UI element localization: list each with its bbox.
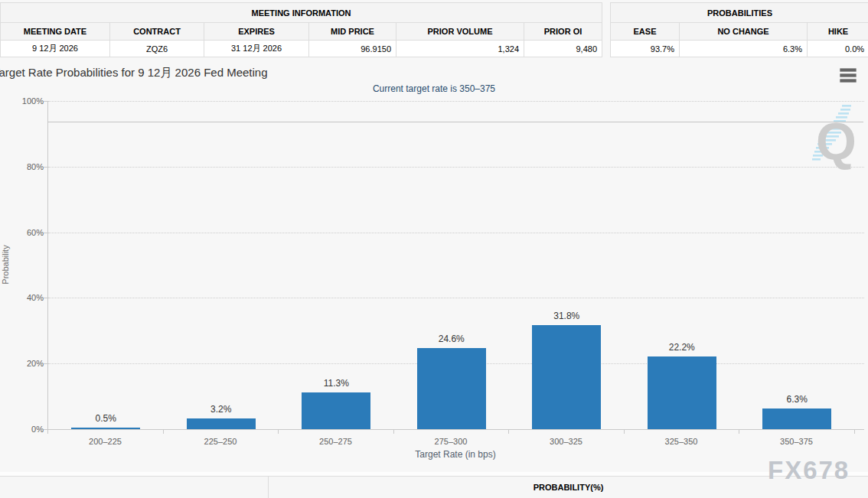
y-tick-label: 80% (8, 162, 44, 171)
probability-bar[interactable] (302, 392, 370, 429)
bar-value-label: 11.3% (294, 378, 378, 389)
table-cell: ZQZ6 (110, 41, 204, 57)
bottom-table-corner-cell (0, 477, 269, 498)
hamburger-menu-icon[interactable] (840, 68, 857, 84)
hamburger-bar (840, 73, 857, 77)
table-cell: 1,324 (396, 41, 524, 57)
y-tick-label: 100% (8, 96, 44, 106)
x-tick-mark (854, 430, 855, 434)
x-tick-mark (163, 430, 164, 434)
table-cell: 9 12月 2026 (1, 41, 110, 57)
bar-value-label: 31.8% (524, 311, 609, 321)
hamburger-bar (840, 79, 857, 83)
column-header[interactable]: MEETING DATE (1, 23, 110, 41)
top-tables: MEETING INFORMATION MEETING DATECONTRACT… (0, 2, 868, 57)
y-tick-label: 20% (8, 359, 44, 368)
meeting-information-title: MEETING INFORMATION (1, 3, 602, 23)
column-header[interactable]: PRIOR OI (524, 23, 602, 41)
y-axis-title: Probability (1, 234, 10, 295)
probability-bar[interactable] (187, 418, 256, 429)
column-header[interactable]: EXPIRES (204, 23, 309, 41)
bar-value-label: 22.2% (640, 342, 724, 353)
probability-bar[interactable] (648, 356, 716, 429)
x-tick-mark (508, 430, 509, 434)
x-category-label: 275–300 (393, 437, 509, 446)
probabilities-title: PROBABILITIES (611, 3, 868, 23)
fedwatch-tool-page: MEETING INFORMATION MEETING DATECONTRACT… (0, 0, 868, 498)
table-cell: 0.0% (808, 41, 868, 57)
plot-area: 0.5%3.2%11.3%24.6%31.8%22.2%6.3% (47, 101, 864, 430)
x-tick-mark (393, 430, 394, 434)
x-category-label: 300–325 (508, 437, 624, 446)
probability-bar[interactable] (532, 325, 601, 429)
x-category-label: 250–275 (278, 437, 393, 446)
meeting-information-table: MEETING INFORMATION MEETING DATECONTRACT… (0, 2, 602, 57)
y-tick-label: 0% (8, 425, 44, 434)
chart-subtitle: Current target rate is 350–375 (0, 83, 868, 94)
bar-value-label: 24.6% (410, 334, 494, 344)
y-tick-mark (44, 233, 47, 233)
bar-value-label: 3.2% (179, 404, 263, 415)
y-tick-label: 60% (8, 228, 44, 237)
column-header[interactable]: MID PRICE (309, 23, 396, 41)
y-tick-label: 40% (8, 293, 44, 302)
y-tick-mark (44, 363, 47, 364)
column-header[interactable]: HIKE (808, 23, 868, 41)
gridline (48, 167, 864, 168)
column-header[interactable]: NO CHANGE (680, 23, 808, 41)
gridline (48, 101, 864, 102)
y-tick-mark (44, 101, 47, 102)
bar-value-label: 6.3% (755, 394, 839, 405)
x-axis-title: Target Rate (in bps) (47, 449, 863, 460)
bar-value-label: 0.5% (64, 413, 148, 424)
gridline (48, 298, 864, 298)
probability-bar[interactable] (417, 348, 486, 429)
reference-line (47, 122, 863, 122)
column-header[interactable]: CONTRACT (110, 23, 204, 41)
target-rate-chart: Target Rate Probabilities for 9 12月 2026… (0, 61, 868, 473)
chart-title: Target Rate Probabilities for 9 12月 2026… (0, 66, 268, 80)
bottom-table-header: PROBABILITY(%) (0, 476, 868, 498)
table-cell: 31 12月 2026 (204, 41, 309, 57)
y-tick-mark (44, 298, 47, 298)
table-cell: 93.7% (611, 41, 680, 57)
table-cell: 6.3% (680, 41, 808, 57)
probability-bar[interactable] (71, 428, 140, 429)
column-header[interactable]: EASE (611, 23, 680, 41)
x-tick-mark (278, 430, 279, 434)
probabilities-table: PROBABILITIES EASENO CHANGEHIKE 93.7%6.3… (610, 2, 868, 57)
x-tick-mark (739, 430, 739, 434)
x-category-label: 225–250 (163, 437, 279, 446)
y-tick-mark (44, 167, 47, 168)
x-tick-mark (47, 430, 48, 434)
table-cell: 9,480 (524, 41, 602, 57)
x-tick-mark (624, 430, 625, 434)
table-cell: 96.9150 (309, 41, 396, 57)
hamburger-bar (840, 68, 857, 72)
fx678-watermark: FX678 (768, 456, 850, 485)
x-category-label: 350–375 (739, 437, 854, 446)
x-category-label: 200–225 (47, 437, 163, 446)
x-category-label: 325–350 (624, 437, 739, 446)
probability-bar[interactable] (762, 408, 831, 429)
column-header[interactable]: PRIOR VOLUME (396, 23, 524, 41)
gridline (48, 233, 864, 233)
